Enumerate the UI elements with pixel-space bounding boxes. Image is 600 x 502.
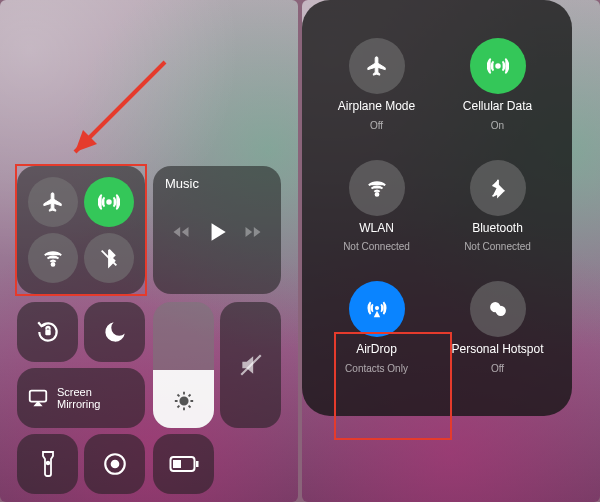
sun-icon <box>173 390 195 412</box>
cellular-data-toggle[interactable] <box>84 177 134 227</box>
orientation-lock-icon <box>35 319 61 345</box>
cellular-status: On <box>491 120 504 131</box>
svg-marker-27 <box>373 311 379 317</box>
airplane-mode-toggle-expanded[interactable] <box>349 38 405 94</box>
airplane-status: Off <box>370 120 383 131</box>
svg-point-8 <box>180 397 187 404</box>
svg-point-18 <box>46 462 49 465</box>
bluetooth-off-icon <box>98 247 120 269</box>
airdrop-status: Contacts Only <box>345 363 408 374</box>
hotspot-icon <box>487 298 509 320</box>
airplane-mode-toggle[interactable] <box>28 177 78 227</box>
svg-line-14 <box>188 406 190 408</box>
svg-point-3 <box>52 263 55 266</box>
forward-icon[interactable] <box>243 222 263 242</box>
wlan-label: WLAN <box>359 222 394 236</box>
annotation-arrow <box>55 52 175 172</box>
wlan-cell[interactable]: WLAN Not Connected <box>316 145 437 266</box>
cellular-data-toggle-expanded[interactable] <box>470 38 526 94</box>
connectivity-panel: Airplane Mode Off Cellular Data On WLAN … <box>302 0 572 416</box>
svg-rect-6 <box>30 391 47 402</box>
media-title: Music <box>165 176 269 191</box>
wifi-icon <box>366 177 388 199</box>
moon-icon <box>102 319 128 345</box>
bluetooth-icon <box>487 177 509 199</box>
connectivity-module[interactable] <box>17 166 145 294</box>
wlan-status: Not Connected <box>343 241 410 252</box>
flashlight-button[interactable] <box>17 434 78 494</box>
play-icon[interactable] <box>204 219 230 245</box>
connectivity-expanded: Airplane Mode Off Cellular Data On WLAN … <box>302 0 600 502</box>
airdrop-toggle[interactable] <box>349 281 405 337</box>
svg-point-29 <box>496 307 504 315</box>
airdrop-cell[interactable]: AirDrop Contacts Only <box>316 267 437 388</box>
volume-slider[interactable] <box>220 302 281 428</box>
orientation-lock-button[interactable] <box>17 302 78 362</box>
svg-rect-5 <box>45 330 50 335</box>
svg-line-0 <box>75 62 165 152</box>
hotspot-cell[interactable]: Personal Hotspot Off <box>437 267 558 388</box>
bluetooth-status: Not Connected <box>464 241 531 252</box>
svg-line-16 <box>188 394 190 396</box>
svg-point-26 <box>374 306 378 310</box>
airplane-icon <box>366 55 388 77</box>
airplane-mode-cell[interactable]: Airplane Mode Off <box>316 24 437 145</box>
record-icon <box>102 451 128 477</box>
airplane-icon <box>42 191 64 213</box>
airdrop-icon <box>366 298 388 320</box>
wlan-toggle[interactable] <box>349 160 405 216</box>
cellular-data-cell[interactable]: Cellular Data On <box>437 24 558 145</box>
airplay-icon <box>27 387 49 409</box>
bluetooth-label: Bluetooth <box>472 222 523 236</box>
svg-marker-1 <box>75 130 97 152</box>
brightness-slider[interactable] <box>153 302 214 428</box>
do-not-disturb-button[interactable] <box>84 302 145 362</box>
flashlight-icon <box>40 450 56 478</box>
svg-rect-22 <box>196 461 199 467</box>
battery-icon <box>169 455 199 473</box>
svg-line-13 <box>177 394 179 396</box>
hotspot-label: Personal Hotspot <box>451 343 543 357</box>
media-module[interactable]: Music <box>153 166 281 294</box>
airplane-label: Airplane Mode <box>338 100 415 114</box>
cellular-label: Cellular Data <box>463 100 532 114</box>
screen-mirroring-button[interactable]: Screen Mirroring <box>17 368 145 428</box>
bluetooth-cell[interactable]: Bluetooth Not Connected <box>437 145 558 266</box>
screen-mirroring-label: Screen Mirroring <box>57 386 100 410</box>
airdrop-label: AirDrop <box>356 343 397 357</box>
mute-icon <box>238 352 264 378</box>
low-power-button[interactable] <box>153 434 214 494</box>
svg-point-20 <box>110 460 119 469</box>
svg-point-2 <box>107 200 111 204</box>
cellular-icon <box>98 191 120 213</box>
svg-point-24 <box>496 64 500 68</box>
screen-record-button[interactable] <box>84 434 145 494</box>
hotspot-status: Off <box>491 363 504 374</box>
rewind-icon[interactable] <box>171 222 191 242</box>
bluetooth-toggle-expanded[interactable] <box>470 160 526 216</box>
wifi-icon <box>42 247 64 269</box>
svg-point-25 <box>375 193 378 196</box>
svg-line-15 <box>177 406 179 408</box>
control-center-collapsed: Music Screen Mirroring <box>0 0 298 502</box>
svg-rect-23 <box>173 460 181 468</box>
wifi-toggle[interactable] <box>28 233 78 283</box>
hotspot-toggle[interactable] <box>470 281 526 337</box>
bluetooth-toggle[interactable] <box>84 233 134 283</box>
cellular-icon <box>487 55 509 77</box>
